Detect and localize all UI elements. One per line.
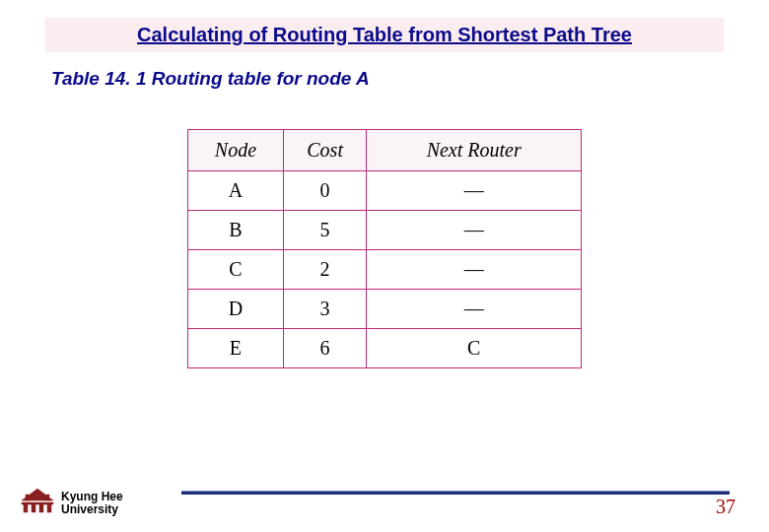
table-header-row: Node Cost Next Router bbox=[188, 130, 582, 171]
slide-title-bar: Calculating of Routing Table from Shorte… bbox=[45, 18, 724, 52]
footer-divider bbox=[181, 491, 730, 495]
cell-cost: 2 bbox=[283, 250, 366, 290]
cell-node: C bbox=[188, 250, 284, 290]
header-node: Node bbox=[188, 130, 284, 171]
svg-rect-4 bbox=[39, 504, 43, 512]
table-row: A 0 — bbox=[188, 171, 582, 211]
cell-node: A bbox=[188, 171, 284, 211]
cell-node: D bbox=[188, 290, 284, 329]
cell-next: — bbox=[367, 171, 582, 211]
svg-rect-8 bbox=[46, 495, 49, 500]
cell-node: E bbox=[188, 329, 284, 368]
institution-name: Kyung Hee University bbox=[61, 491, 123, 516]
cell-next: — bbox=[367, 211, 582, 250]
table-row: B 5 — bbox=[188, 211, 582, 250]
svg-rect-3 bbox=[32, 504, 35, 512]
institution-line2: University bbox=[61, 503, 123, 516]
svg-rect-5 bbox=[47, 504, 51, 512]
slide-title: Calculating of Routing Table from Shorte… bbox=[137, 24, 632, 45]
svg-rect-7 bbox=[26, 495, 29, 500]
cell-cost: 6 bbox=[283, 329, 366, 368]
university-logo-icon bbox=[18, 487, 57, 514]
header-cost: Cost bbox=[283, 130, 366, 171]
cell-cost: 3 bbox=[283, 290, 366, 329]
svg-rect-1 bbox=[22, 502, 53, 504]
cell-cost: 5 bbox=[283, 211, 366, 250]
header-next-router: Next Router bbox=[367, 130, 582, 171]
cell-next: — bbox=[367, 250, 582, 290]
table-row: C 2 — bbox=[188, 250, 582, 290]
table-row: D 3 — bbox=[188, 290, 582, 329]
svg-rect-2 bbox=[24, 504, 28, 512]
table-caption: Table 14. 1 Routing table for node A bbox=[51, 68, 769, 90]
cell-cost: 0 bbox=[283, 171, 366, 211]
cell-node: B bbox=[188, 211, 284, 250]
cell-next: C bbox=[367, 329, 582, 368]
page-number: 37 bbox=[716, 496, 735, 518]
cell-next: — bbox=[367, 290, 582, 329]
routing-table: Node Cost Next Router A 0 — B 5 — C 2 — bbox=[187, 129, 582, 368]
slide-footer: Kyung Hee University 37 bbox=[0, 471, 769, 520]
table-row: E 6 C bbox=[188, 329, 582, 368]
institution-line1: Kyung Hee bbox=[61, 491, 123, 503]
